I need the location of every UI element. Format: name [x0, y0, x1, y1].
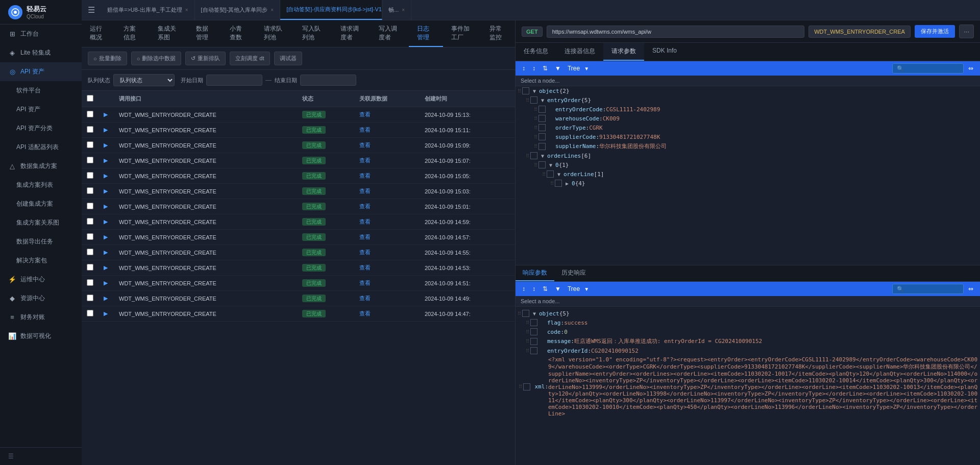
delete-selected-button[interactable]: ○ 删除选中数据	[131, 52, 182, 65]
tree-expand-btn[interactable]: ⇔	[966, 63, 976, 74]
tree-node[interactable]: ⠿entryOrderCode : CGSL1111-2402989	[516, 105, 980, 114]
tree-node[interactable]: ⠿▼object {2}	[516, 86, 980, 95]
api-url-input[interactable]	[547, 26, 805, 38]
sort-btn[interactable]: ⇅	[540, 63, 550, 74]
node-checkbox[interactable]	[555, 180, 562, 187]
collapse-all-btn[interactable]: ↕	[530, 63, 538, 74]
sidebar-item-data-integration[interactable]: △ 数据集成方案	[0, 157, 82, 176]
view-related-link[interactable]: 查看	[359, 218, 371, 225]
schedule-dt-button[interactable]: 立刻调度 dt	[230, 52, 270, 65]
play-icon[interactable]: ▶	[104, 188, 108, 194]
node-checkbox[interactable]	[530, 347, 537, 354]
node-checkbox[interactable]	[522, 310, 529, 317]
play-icon[interactable]: ▶	[104, 249, 108, 255]
tree-search-input[interactable]	[892, 63, 964, 74]
view-related-link[interactable]: 查看	[359, 310, 371, 316]
save-activate-button[interactable]: 保存并激活	[915, 25, 955, 38]
right-tab-task_info[interactable]: 任务信息	[516, 43, 556, 61]
node-toggle[interactable]: ▶	[564, 181, 570, 186]
tree-node[interactable]: ⠿▼object {5}	[516, 309, 980, 318]
resp-sort-btn[interactable]: ⇅	[540, 284, 550, 294]
play-icon[interactable]: ▶	[104, 264, 108, 271]
node-toggle[interactable]: ▼	[556, 172, 562, 177]
debugger-button[interactable]: 调试器	[274, 52, 302, 65]
select-all-checkbox[interactable]	[87, 95, 93, 102]
right-tab-connector_info[interactable]: 连接器信息	[556, 43, 603, 61]
tree-node[interactable]: ⠿supplierName : 华尔科技集团股份有限公司	[516, 141, 980, 151]
response-tab-response_params[interactable]: 响应参数	[516, 265, 554, 281]
resp-tree-expand-btn[interactable]: ⇔	[966, 284, 976, 294]
sidebar-item-lite[interactable]: ◈ Lite 轻集成	[0, 43, 82, 62]
sidebar-item-data-viz[interactable]: 📊 数据可视化	[0, 327, 82, 346]
tab-menu-button[interactable]: ☰	[82, 0, 101, 20]
tab-3[interactable]: [自动签契]-供应商资料同步[kd->jst]-V1.0 ×	[280, 0, 382, 20]
tree-node[interactable]: ⠿orderType : CGRK	[516, 123, 980, 132]
node-toggle[interactable]: ▼	[540, 97, 546, 103]
sub-nav-item-request_queue[interactable]: 请求队列池	[256, 20, 294, 47]
view-related-link[interactable]: 查看	[359, 203, 371, 209]
tree-node[interactable]: ⠿xml : <?xml version="1.0" encoding="utf…	[516, 355, 980, 418]
batch-delete-button[interactable]: ○ 批量删除	[88, 52, 127, 65]
tab-2[interactable]: [自动签契]-其他入库单同步 ×	[195, 0, 281, 20]
tree-node[interactable]: ⠿entryOrderId : CG202410090152	[516, 346, 980, 355]
row-checkbox[interactable]	[87, 264, 93, 271]
resp-tree-search-input[interactable]	[892, 284, 964, 294]
sidebar-item-solution-package[interactable]: 解决方案包	[0, 251, 82, 270]
node-toggle[interactable]: ▼	[531, 311, 537, 316]
node-toggle[interactable]: ▼	[548, 162, 554, 168]
sub-nav-item-plan_info[interactable]: 方案信息	[115, 20, 149, 47]
sidebar-item-finance[interactable]: ≡ 财务对账	[0, 308, 82, 327]
play-icon[interactable]: ▶	[104, 157, 108, 163]
tree-node[interactable]: ⠿flag : success	[516, 318, 980, 327]
node-checkbox[interactable]	[530, 152, 537, 159]
node-checkbox[interactable]	[530, 338, 537, 345]
sub-nav-item-xiao_qing[interactable]: 小青查数	[222, 20, 255, 47]
sub-nav-item-anomaly_monitor[interactable]: 异常监控	[481, 20, 515, 47]
tree-node[interactable]: ⠿▼orderLine [1]	[516, 169, 980, 179]
sidebar-item-data-export[interactable]: 数据导出任务	[0, 232, 82, 251]
sub-nav-item-event_factory[interactable]: 事件加工厂	[443, 20, 481, 47]
row-checkbox[interactable]	[87, 310, 93, 316]
filter-btn[interactable]: ▼	[552, 63, 564, 74]
sidebar-item-api-category[interactable]: API 资产分类	[0, 119, 82, 138]
end-date-input[interactable]	[300, 75, 356, 86]
sidebar-item-ops-center[interactable]: ⚡ 运维中心	[0, 270, 82, 289]
api-endpoint-input[interactable]	[808, 26, 911, 38]
tree-node[interactable]: ⠿code : 0	[516, 327, 980, 336]
row-checkbox[interactable]	[87, 141, 93, 148]
tree-node[interactable]: ⠿▼orderLines [6]	[516, 151, 980, 160]
sidebar-collapse-btn[interactable]: ☰	[0, 447, 82, 465]
view-related-link[interactable]: 查看	[359, 127, 371, 133]
sub-nav-item-run_overview[interactable]: 运行概况	[82, 20, 115, 47]
view-related-link[interactable]: 查看	[359, 188, 371, 194]
tab-1-close[interactable]: ×	[185, 7, 188, 13]
row-checkbox[interactable]	[87, 249, 93, 255]
row-checkbox[interactable]	[87, 295, 93, 301]
right-tab-sdk_info[interactable]: SDK Info	[644, 43, 685, 61]
sidebar-item-workbench[interactable]: ⊞ 工作台	[0, 25, 82, 43]
node-checkbox[interactable]	[522, 87, 529, 94]
expand-all-btn[interactable]: ↕	[520, 63, 528, 74]
sub-nav-item-log_mgmt[interactable]: 日志管理	[409, 20, 443, 47]
node-checkbox[interactable]	[530, 96, 537, 104]
tree-node[interactable]: ⠿supplierCode : 91330481721027748K	[516, 132, 980, 141]
play-icon[interactable]: ▶	[104, 310, 108, 316]
sub-nav-item-write_queue[interactable]: 写入队列池	[294, 20, 332, 47]
view-related-link[interactable]: 查看	[359, 295, 371, 301]
start-date-input[interactable]	[206, 75, 262, 86]
view-related-link[interactable]: 查看	[359, 111, 371, 117]
resp-expand-all-btn[interactable]: ↕	[520, 284, 528, 294]
row-checkbox[interactable]	[87, 218, 93, 225]
sidebar-item-software-platform[interactable]: 软件平台	[0, 81, 82, 100]
play-icon[interactable]: ▶	[104, 111, 108, 117]
row-checkbox[interactable]	[87, 111, 93, 117]
row-checkbox[interactable]	[87, 279, 93, 286]
row-checkbox[interactable]	[87, 233, 93, 240]
sidebar-item-api-adapter[interactable]: API 适配器列表	[0, 138, 82, 157]
resp-collapse-all-btn[interactable]: ↕	[530, 284, 538, 294]
tree-node[interactable]: ⠿warehouseCode : CK009	[516, 114, 980, 123]
row-checkbox[interactable]	[87, 157, 93, 163]
tab-4-close[interactable]: ×	[402, 7, 405, 13]
sidebar-item-create-integration[interactable]: 创建集成方案	[0, 194, 82, 213]
queue-status-select[interactable]: 队列状态	[113, 74, 175, 86]
